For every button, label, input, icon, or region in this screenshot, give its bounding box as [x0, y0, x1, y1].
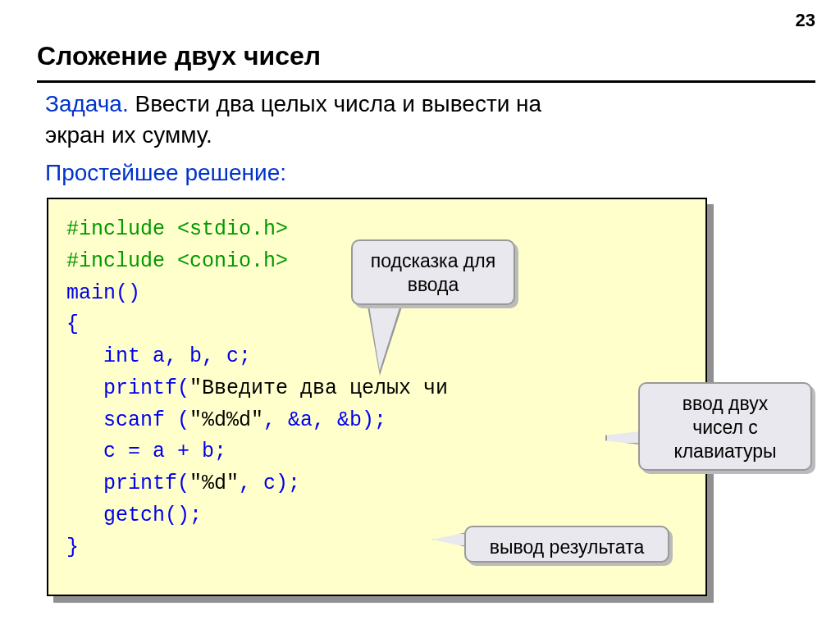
- code-scanf-b: "%d%d": [189, 408, 263, 432]
- callout-hint-input: подсказка для ввода: [351, 239, 515, 305]
- code-scanf-c: , &a, &b);: [263, 408, 386, 432]
- task-text-2: экран их сумму.: [45, 122, 212, 148]
- code-printf1-a: printf(: [66, 376, 189, 400]
- task-label: Задача.: [45, 91, 129, 116]
- callout-input-keyboard: ввод двух чисел с клавиатуры: [638, 382, 812, 471]
- code-getch: getch();: [66, 504, 202, 527]
- code-scanf-a: scanf (: [66, 408, 189, 432]
- code-printf2-c: , c);: [239, 472, 300, 495]
- page-number: 23: [796, 10, 815, 31]
- callout-1-line1: подсказка для: [371, 250, 495, 271]
- callout-output-result: вывод результата: [464, 526, 669, 563]
- code-include-2: #include <conio.h>: [66, 249, 288, 273]
- code-printf2-b: "%d": [189, 472, 239, 495]
- title-underline: [37, 80, 815, 83]
- callout-2-line1: ввод двух: [682, 393, 768, 414]
- task-block: Задача. Ввести два целых числа и вывести…: [45, 89, 807, 151]
- code-assign: c = a + b;: [66, 440, 226, 463]
- callout-3-text: вывод результата: [490, 536, 644, 558]
- callout-2-line2: чисел с: [692, 417, 758, 438]
- callout-2-line3: клавиатуры: [673, 440, 776, 462]
- task-text-1: Ввести два целых числа и вывести на: [129, 91, 541, 116]
- solution-label: Простейшее решение:: [45, 160, 286, 186]
- callout-1-line2: ввода: [408, 274, 459, 295]
- code-brace-close: }: [66, 536, 79, 559]
- code-printf1-b: "Введите два целых чи: [189, 376, 448, 400]
- code-include-1: #include <stdio.h>: [66, 217, 288, 241]
- code-brace-open: {: [66, 312, 79, 336]
- code-printf2-a: printf(: [66, 472, 189, 495]
- slide-title: Сложение двух чисел: [37, 41, 321, 71]
- code-main: main(): [66, 281, 140, 305]
- code-decl: int a, b, c;: [66, 344, 251, 368]
